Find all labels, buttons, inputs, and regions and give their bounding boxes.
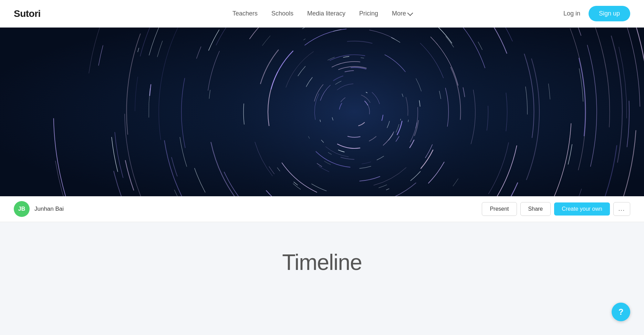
present-button[interactable]: Present xyxy=(482,202,517,216)
navbar-center: Teachers Schools Media literacy Pricing … xyxy=(232,10,412,17)
more-options-button[interactable]: ... xyxy=(613,202,630,216)
help-button[interactable]: ? xyxy=(612,303,630,321)
chevron-down-icon xyxy=(407,10,413,16)
nav-pricing[interactable]: Pricing xyxy=(359,10,378,17)
author-section: JB Junhan Bai xyxy=(14,201,64,217)
info-bar: JB Junhan Bai Present Share Create your … xyxy=(0,196,644,222)
timeline-title: Timeline xyxy=(282,250,362,275)
navbar-left: Sutori xyxy=(14,8,41,19)
main-content: Timeline xyxy=(0,222,644,335)
author-name: Junhan Bai xyxy=(34,206,64,212)
action-buttons: Present Share Create your own ... xyxy=(482,202,630,216)
nav-more[interactable]: More xyxy=(392,10,412,17)
create-own-button[interactable]: Create your own xyxy=(554,202,610,216)
nav-media-literacy[interactable]: Media literacy xyxy=(307,10,345,17)
star-trails-graphic xyxy=(0,28,644,196)
login-link[interactable]: Log in xyxy=(563,10,580,17)
navbar: Sutori Teachers Schools Media literacy P… xyxy=(0,0,644,28)
signup-button[interactable]: Sign up xyxy=(589,6,630,21)
nav-teachers[interactable]: Teachers xyxy=(232,10,258,17)
hero-banner xyxy=(0,28,644,196)
nav-schools[interactable]: Schools xyxy=(271,10,293,17)
navbar-right: Log in Sign up xyxy=(563,6,630,21)
share-button[interactable]: Share xyxy=(520,202,551,216)
logo[interactable]: Sutori xyxy=(14,8,41,19)
avatar: JB xyxy=(14,201,30,217)
